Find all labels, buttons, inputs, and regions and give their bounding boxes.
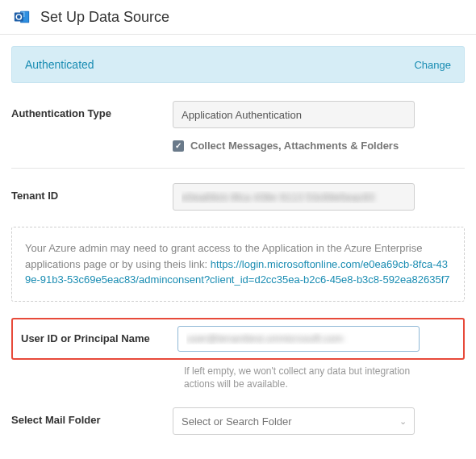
user-id-input[interactable] [177,326,420,352]
mail-folder-input[interactable] [173,407,415,435]
admin-consent-info: Your Azure admin may need to grant acces… [11,227,465,302]
dialog-body: Authenticated Change Authentication Type… [0,35,476,459]
tenant-id-input[interactable] [173,183,415,211]
auth-type-input[interactable] [173,101,415,128]
divider [11,168,465,169]
tenant-id-row: Tenant ID [11,183,465,211]
mail-folder-label: Select Mail Folder [11,407,173,426]
mail-folder-select[interactable]: ⌄ [173,407,415,435]
collect-checkbox-row[interactable]: ✓ Collect Messages, Attachments & Folder… [173,140,465,152]
dialog-header: Set Up Data Source [0,0,476,35]
auth-type-label: Authentication Type [11,101,173,119]
page-title: Set Up Data Source [40,9,169,26]
user-id-label: User ID or Principal Name [21,332,177,344]
checkmark-icon: ✓ [173,140,184,152]
outlook-icon [13,8,31,26]
user-id-helper: If left empty, we won't collect any data… [184,365,426,392]
auth-status-label: Authenticated [25,58,94,71]
mail-folder-row: Select Mail Folder ⌄ [11,407,465,435]
change-auth-link[interactable]: Change [414,59,451,71]
auth-status-bar: Authenticated Change [11,46,465,83]
tenant-id-label: Tenant ID [11,183,173,202]
user-id-row-highlight: User ID or Principal Name [11,318,465,360]
collect-label: Collect Messages, Attachments & Folders [190,140,399,152]
auth-type-row: Authentication Type ✓ Collect Messages, … [11,101,465,152]
